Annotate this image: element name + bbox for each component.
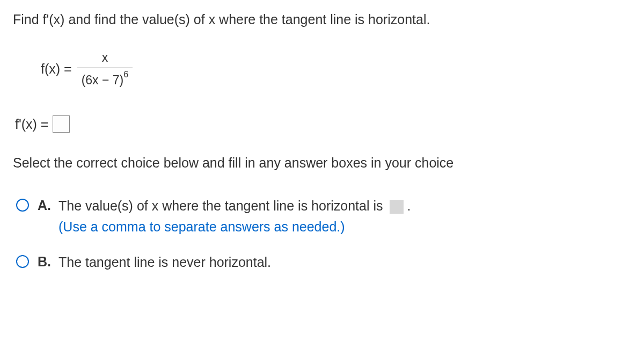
numerator: x (96, 49, 115, 68)
denominator: (6x − 7)6 (77, 68, 133, 90)
choice-b-radio[interactable] (16, 255, 29, 268)
selection-instruction: Select the correct choice below and fill… (13, 154, 631, 172)
fraction: x (6x − 7)6 (77, 49, 133, 90)
function-definition: f(x) = x (6x − 7)6 (41, 49, 631, 90)
choice-b-body: The tangent line is never horizontal. (58, 252, 631, 273)
denominator-exponent: 6 (123, 70, 128, 79)
derivative-answer-input[interactable] (53, 115, 70, 133)
derivative-row: f'(x) = (15, 115, 631, 133)
choice-a-row: A. The value(s) of x where the tangent l… (16, 195, 631, 237)
function-label: f(x) = (41, 60, 72, 78)
derivative-label: f'(x) = (15, 115, 48, 133)
choice-a-text-before: The value(s) of x where the tangent line… (58, 198, 383, 213)
choice-b-text: The tangent line is never horizontal. (58, 252, 631, 273)
choice-a-text-after: . (407, 198, 411, 213)
choice-a-radio[interactable] (16, 199, 29, 212)
choice-b-letter: B. (38, 252, 51, 271)
choice-a-answer-input[interactable] (390, 200, 404, 214)
choice-a-letter: A. (38, 195, 51, 214)
denominator-base: (6x − 7) (82, 73, 124, 87)
choice-a-hint: (Use a comma to separate answers as need… (58, 216, 631, 237)
question-prompt: Find f'(x) and find the value(s) of x wh… (13, 11, 631, 28)
choice-b-row: B. The tangent line is never horizontal. (16, 252, 631, 273)
choice-a-body: The value(s) of x where the tangent line… (58, 195, 631, 237)
